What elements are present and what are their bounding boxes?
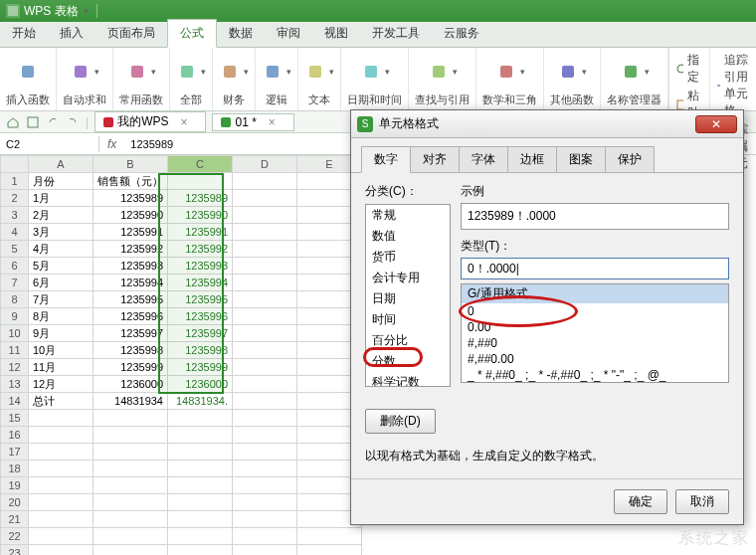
- cell[interactable]: [168, 511, 233, 528]
- row-header[interactable]: 20: [1, 494, 29, 511]
- category-item[interactable]: 日期: [366, 288, 450, 309]
- cell[interactable]: [94, 511, 168, 528]
- cell[interactable]: 1235993: [94, 258, 168, 275]
- row-header[interactable]: 12: [1, 359, 29, 376]
- cell[interactable]: [168, 461, 233, 477]
- cell[interactable]: [233, 207, 297, 224]
- category-item[interactable]: 货币: [366, 247, 450, 268]
- side-define[interactable]: 指定: [675, 52, 703, 86]
- ribbon-group-1[interactable]: ▾自动求和: [57, 48, 113, 110]
- category-item[interactable]: 分数: [366, 351, 450, 372]
- row-header[interactable]: 16: [1, 427, 29, 444]
- cell[interactable]: [233, 241, 297, 258]
- cell[interactable]: [233, 393, 297, 410]
- cell[interactable]: 1235996: [168, 308, 233, 325]
- cell[interactable]: [94, 545, 168, 556]
- close-icon[interactable]: ×: [180, 115, 187, 129]
- cell[interactable]: 1235992: [168, 241, 233, 258]
- cell[interactable]: [233, 511, 297, 528]
- cell[interactable]: [233, 308, 297, 325]
- dialog-tab-0[interactable]: 数字: [361, 146, 411, 173]
- cell[interactable]: 1235996: [94, 308, 168, 325]
- row-header[interactable]: 22: [1, 528, 29, 545]
- chevron-down-icon[interactable]: ▾: [329, 67, 334, 77]
- doc-tab-1[interactable]: 我的WPS×: [94, 111, 206, 132]
- cell[interactable]: 1235994: [168, 275, 233, 291]
- cell[interactable]: [233, 173, 297, 190]
- cell[interactable]: 7月: [29, 291, 94, 308]
- row-header[interactable]: 13: [1, 376, 29, 393]
- chevron-down-icon[interactable]: ▾: [453, 67, 458, 77]
- ribbon-group-3[interactable]: ▾全部: [170, 48, 213, 110]
- chevron-down-icon[interactable]: ▾: [582, 67, 587, 77]
- menu-tab-7[interactable]: 开发工具: [360, 20, 432, 47]
- cell[interactable]: [233, 275, 297, 291]
- category-item[interactable]: 数值: [366, 226, 450, 247]
- chevron-down-icon[interactable]: ▾: [151, 67, 156, 77]
- ribbon-group-6[interactable]: ▾文本: [298, 48, 341, 110]
- cell[interactable]: [168, 477, 233, 494]
- cell[interactable]: [168, 444, 233, 461]
- col-header[interactable]: A: [29, 156, 94, 173]
- cell[interactable]: 1236000: [94, 376, 168, 393]
- close-icon[interactable]: ×: [269, 115, 276, 129]
- menu-tab-3[interactable]: 公式: [167, 19, 217, 48]
- cell[interactable]: [233, 477, 297, 494]
- cell[interactable]: 12月: [29, 376, 94, 393]
- cell[interactable]: 1235989: [94, 190, 168, 207]
- menu-tab-4[interactable]: 数据: [217, 20, 265, 47]
- format-item[interactable]: _ * #,##0_ ;_ * -#,##0_ ;_ * "-"_ ;_ @_: [462, 367, 728, 383]
- cell[interactable]: 1月: [29, 190, 94, 207]
- chevron-down-icon[interactable]: ▾: [94, 67, 99, 77]
- cell[interactable]: 1235990: [94, 207, 168, 224]
- col-header[interactable]: B: [94, 156, 168, 173]
- row-header[interactable]: 5: [1, 241, 29, 258]
- row-header[interactable]: 14: [1, 393, 29, 410]
- menu-tab-8[interactable]: 云服务: [432, 20, 491, 47]
- cell[interactable]: 月份: [29, 173, 94, 190]
- cell[interactable]: 3月: [29, 224, 94, 241]
- cell[interactable]: [29, 477, 94, 494]
- cell[interactable]: [94, 528, 168, 545]
- format-list[interactable]: G/通用格式00.00#,##0#,##0.00_ * #,##0_ ;_ * …: [461, 283, 729, 383]
- cell[interactable]: [233, 258, 297, 275]
- cell[interactable]: [233, 291, 297, 308]
- cell[interactable]: [168, 545, 233, 556]
- cell[interactable]: [94, 494, 168, 511]
- category-list[interactable]: 常规数值货币会计专用日期时间百分比分数科学记数文本特殊自定义: [365, 204, 451, 387]
- cell[interactable]: [94, 461, 168, 477]
- row-header[interactable]: 6: [1, 258, 29, 275]
- cell[interactable]: 10月: [29, 342, 94, 359]
- col-header[interactable]: D: [233, 156, 297, 173]
- dialog-tab-4[interactable]: 图案: [556, 146, 606, 172]
- cell[interactable]: 1235999: [168, 359, 233, 376]
- menu-tab-2[interactable]: 页面布局: [95, 20, 167, 47]
- chevron-down-icon[interactable]: ▾: [385, 67, 390, 77]
- fx-icon[interactable]: fx: [99, 135, 124, 153]
- cell[interactable]: 4月: [29, 241, 94, 258]
- dialog-tab-3[interactable]: 边框: [507, 146, 557, 172]
- cell[interactable]: 9月: [29, 325, 94, 342]
- ribbon-group-9[interactable]: ▾数学和三角: [476, 48, 544, 110]
- cell[interactable]: [233, 325, 297, 342]
- cancel-button[interactable]: 取消: [675, 489, 729, 514]
- cell[interactable]: [168, 410, 233, 427]
- row-header[interactable]: 17: [1, 444, 29, 461]
- cell[interactable]: [29, 494, 94, 511]
- app-menu-chevron-icon[interactable]: ▾: [84, 6, 89, 16]
- format-item[interactable]: 0.00: [462, 319, 728, 335]
- cell[interactable]: [29, 511, 94, 528]
- cell[interactable]: [233, 461, 297, 477]
- cell[interactable]: [233, 342, 297, 359]
- category-item[interactable]: 会计专用: [366, 268, 450, 288]
- cell[interactable]: 11月: [29, 359, 94, 376]
- category-item[interactable]: 时间: [366, 309, 450, 330]
- chevron-down-icon[interactable]: ▾: [286, 67, 291, 77]
- row-header[interactable]: 10: [1, 325, 29, 342]
- chevron-down-icon[interactable]: ▾: [645, 67, 650, 77]
- row-header[interactable]: 2: [1, 190, 29, 207]
- cell[interactable]: [297, 528, 362, 545]
- type-input[interactable]: [461, 258, 729, 279]
- name-box[interactable]: C2: [0, 136, 99, 152]
- row-header[interactable]: 11: [1, 342, 29, 359]
